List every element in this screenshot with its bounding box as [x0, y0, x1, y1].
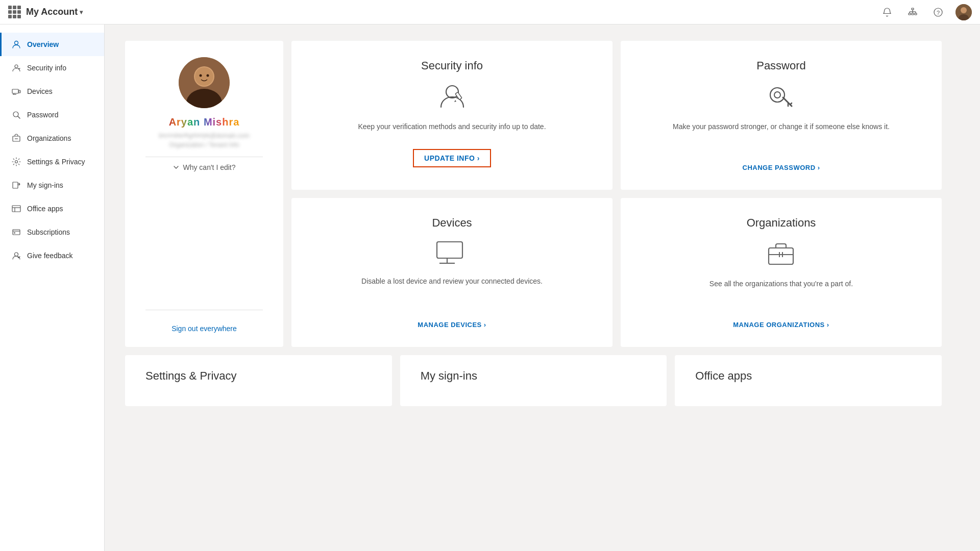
svg-rect-48 — [769, 248, 793, 264]
profile-avatar — [179, 57, 230, 108]
cards-grid: Aryan Mishra b•c•r•d•e•f•g•h•i•j•k@domai… — [125, 41, 942, 347]
main-content: Aryan Mishra b•c•r•d•e•f•g•h•i•j•k@domai… — [105, 24, 980, 551]
svg-rect-39 — [455, 92, 462, 100]
notifications-icon[interactable] — [879, 4, 895, 20]
office-apps-partial-title: Office apps — [695, 369, 752, 383]
topnav: My Account ▾ — [0, 0, 980, 24]
password-card: Password Make your password stronger, or… — [621, 41, 942, 190]
sidebar-item-subscriptions[interactable]: Subscriptions — [0, 220, 104, 244]
svg-point-36 — [200, 74, 202, 77]
sidebar-item-label-devices: Devices — [27, 87, 53, 95]
my-sign-ins-partial-card: My sign-ins — [400, 355, 667, 406]
sidebar-item-office-apps[interactable]: Office apps — [0, 197, 104, 220]
profile-name: Aryan Mishra — [169, 116, 240, 128]
devices-card-icon — [434, 238, 470, 268]
sidebar-item-label-my-sign-ins: My sign-ins — [27, 181, 63, 189]
devices-title: Devices — [432, 216, 472, 230]
sidebar-item-label-give-feedback: Give feedback — [27, 252, 73, 260]
my-sign-ins-icon — [12, 181, 21, 190]
title-chevron-icon: ▾ — [80, 9, 83, 16]
user-avatar[interactable] — [955, 4, 972, 20]
why-cant-edit-toggle[interactable]: Why can't I edit? — [173, 163, 235, 171]
organizations-title: Organizations — [747, 216, 816, 230]
sidebar-item-label-security-info: Security info — [27, 64, 66, 72]
svg-line-20 — [18, 116, 20, 118]
sidebar-item-give-feedback[interactable]: Give feedback — [0, 244, 104, 267]
svg-line-44 — [790, 103, 792, 105]
manage-devices-link[interactable]: MANAGE DEVICES › — [418, 321, 486, 329]
svg-point-23 — [15, 161, 18, 163]
give-feedback-icon — [12, 251, 21, 260]
my-sign-ins-partial-title: My sign-ins — [421, 369, 477, 383]
svg-text:?: ? — [937, 9, 940, 15]
security-info-icon — [12, 63, 21, 72]
settings-privacy-partial-card: Settings & Privacy — [125, 355, 392, 406]
password-card-icon — [766, 81, 797, 113]
settings-privacy-icon — [12, 157, 21, 166]
svg-rect-16 — [12, 89, 18, 93]
org-chart-icon[interactable] — [904, 4, 921, 20]
sidebar-item-label-overview: Overview — [27, 40, 59, 48]
svg-rect-0 — [912, 8, 914, 10]
organizations-icon — [12, 134, 21, 143]
profile-divider — [145, 157, 263, 157]
security-info-card-icon — [437, 81, 468, 113]
svg-point-31 — [15, 253, 18, 256]
sidebar-item-settings-privacy[interactable]: Settings & Privacy — [0, 150, 104, 173]
sidebar-item-label-password: Password — [27, 111, 58, 119]
help-icon[interactable]: ? — [930, 4, 946, 20]
organizations-card-icon — [765, 238, 798, 270]
sidebar-item-label-subscriptions: Subscriptions — [27, 228, 70, 236]
sidebar-item-password[interactable]: Password — [0, 103, 104, 127]
sidebar-item-devices[interactable]: Devices — [0, 80, 104, 103]
waffle-icon[interactable] — [8, 6, 21, 18]
password-icon — [12, 110, 21, 119]
svg-rect-30 — [14, 233, 15, 234]
svg-rect-45 — [437, 242, 462, 258]
sidebar-item-label-settings-privacy: Settings & Privacy — [27, 158, 85, 166]
svg-point-37 — [207, 74, 209, 77]
app-title[interactable]: My Account ▾ — [26, 7, 83, 17]
profile-tenant: Organization / Tenant Info — [157, 141, 251, 148]
security-info-title: Security info — [421, 59, 483, 72]
svg-rect-25 — [12, 206, 20, 212]
svg-rect-3 — [915, 13, 917, 15]
svg-point-40 — [770, 88, 785, 102]
password-title: Password — [756, 59, 806, 72]
organizations-card: Organizations See all the organizations … — [621, 198, 942, 347]
sidebar: Overview Security info Devices Password — [0, 24, 105, 551]
change-password-link[interactable]: CHANGE PASSWORD › — [743, 164, 820, 171]
manage-organizations-link[interactable]: MANAGE ORGANIZATIONS › — [733, 321, 829, 329]
topnav-left: My Account ▾ — [8, 6, 83, 18]
svg-point-15 — [15, 65, 18, 68]
sidebar-item-label-office-apps: Office apps — [27, 205, 63, 213]
sidebar-item-organizations[interactable]: Organizations — [0, 127, 104, 150]
settings-privacy-partial-title: Settings & Privacy — [145, 369, 237, 383]
sign-out-everywhere-link[interactable]: Sign out everywhere — [172, 316, 237, 333]
sidebar-item-overview[interactable]: Overview — [0, 33, 104, 56]
svg-rect-2 — [912, 13, 914, 15]
sidebar-item-label-organizations: Organizations — [27, 134, 71, 142]
office-apps-partial-card: Office apps — [675, 355, 942, 406]
profile-divider-bottom — [145, 310, 263, 310]
devices-card: Devices Disable a lost device and review… — [291, 198, 612, 347]
svg-rect-24 — [13, 182, 18, 188]
svg-point-14 — [15, 41, 18, 45]
office-apps-icon — [12, 204, 21, 213]
overview-icon — [12, 40, 21, 49]
svg-point-12 — [961, 7, 967, 13]
svg-rect-28 — [13, 230, 20, 235]
sidebar-item-my-sign-ins[interactable]: My sign-ins — [0, 173, 104, 197]
update-info-button[interactable]: UPDATE INFO › — [413, 149, 491, 167]
security-info-card: Security info Keep your verification met… — [291, 41, 612, 190]
security-info-desc: Keep your verification methods and secur… — [358, 121, 546, 139]
organizations-desc: See all the organizations that you're a … — [709, 279, 853, 311]
svg-point-41 — [774, 92, 780, 98]
sidebar-item-security-info[interactable]: Security info — [0, 56, 104, 80]
svg-point-35 — [195, 67, 213, 86]
profile-card: Aryan Mishra b•c•r•d•e•f•g•h•i•j•k@domai… — [125, 41, 283, 347]
password-desc: Make your password stronger, or change i… — [673, 121, 890, 154]
main-layout: Overview Security info Devices Password — [0, 24, 980, 551]
subscriptions-icon — [12, 228, 21, 237]
svg-rect-1 — [909, 13, 911, 15]
